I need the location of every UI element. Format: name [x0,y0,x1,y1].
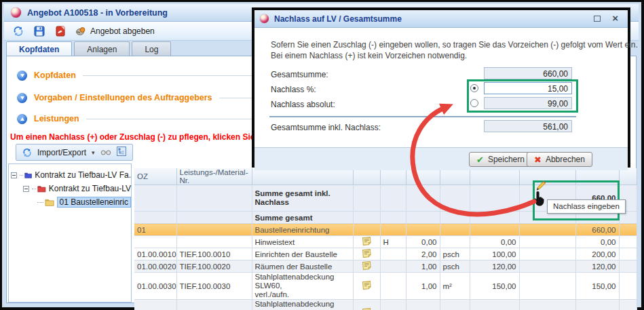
hand-cursor-icon [533,191,547,210]
section-kopfdaten-label: Kopfdaten [34,71,76,80]
table-row-0010[interactable]: 01.00.0010 TIEF.100.0010 Einrichten der … [134,248,637,260]
window-title: Angebot A100518 - in Vorbereitung [27,8,168,18]
tooltip-text: Nachlass eingeben [553,202,620,210]
tab-kopfdaten[interactable]: Kopfdaten [6,41,72,56]
lv-positions-table: OZ Leistungs-/Material-Nr. Summe gesamt … [134,168,637,310]
refresh-icon[interactable] [12,25,24,37]
section-leistungen-label: Leistungen [34,114,79,123]
table-row-group-01[interactable]: 01 Baustelleneinrichtung 660,00 [134,224,637,236]
folder-blue-icon [24,171,32,180]
app-logo-icon [260,14,269,23]
gesamtsumme-inkl-field: 561,00 [484,120,572,132]
main-window: Angebot A100518 - in Vorbereitung [2,2,641,307]
nachlass-prozent-label: Nachlass %: [271,85,316,94]
tab-log[interactable]: Log [132,41,171,56]
tree-item-baustelleneinrichtung[interactable]: 01 Baustelleneinric [9,195,131,209]
discount-hint-text: Um einen Nachlass (+) oder Zuschlag (-) … [10,132,264,142]
maximize-icon[interactable] [594,16,601,22]
table-row-0040[interactable]: 01.00.0040 TIEF.100.0040 Stahlplattenabd… [134,300,637,310]
col-header-nr[interactable]: Leistungs-/Material-Nr. [176,168,252,185]
tooltip: Nachlass eingeben [547,199,626,214]
tree-item-label-selected: 01 Baustelleneinric [57,197,131,208]
chevron-down-icon[interactable]: ▾ [92,149,95,156]
screenshot-root: Angebot A100518 - in Vorbereitung [0,0,644,310]
refresh-icon[interactable] [22,147,32,157]
gesamtsumme-inkl-label: Gesamtsumme inkl. Nachlass: [271,123,381,132]
nachlass-dialog: Nachlass auf LV / Gesamtsumme × Sofern S… [252,7,630,168]
save-button[interactable]: ✔ Speichern [469,152,532,167]
tree-item-label: Kontrakt zu Tiefbau-LV [49,184,131,193]
chevron-down-icon[interactable] [17,93,27,103]
dialog-title: Nachlass auf LV / Gesamtsumme [274,14,402,24]
submit-offer-icon [75,26,86,36]
lv-tree-panel: Kontrakt zu Tiefbau-LV Fa. Kontrakt zu T… [8,163,132,303]
cross-icon: ✖ [534,155,542,165]
table-row-0030[interactable]: 01.00.0030 TIEF.100.0030 Stahlplattenabd… [134,273,637,300]
dialog-separator [269,116,576,117]
folder-red-icon [37,185,46,193]
chevron-down-icon[interactable] [17,71,27,81]
save-icon[interactable] [33,25,45,37]
dialog-description-line1: Sofern Sie einen Zuschlag (-) eingeben w… [271,40,638,50]
col-header-oz[interactable]: OZ [134,168,176,185]
close-icon[interactable]: × [612,12,618,24]
nachlass-prozent-radio[interactable] [470,84,478,92]
section-vorgaben-label: Vorgaben / Einstellungen des Auftraggebe… [34,93,212,102]
nachlass-absolut-label: Nachlass absolut: [271,100,335,109]
gesamtsumme-field: 660,00 [484,67,572,79]
note-icon[interactable] [362,237,371,248]
submit-offer-button[interactable]: Angebot abgeben [75,26,155,36]
tree-collapse-icon[interactable] [11,172,17,178]
tree-item-label: Kontrakt zu Tiefbau-LV Fa. [35,170,131,180]
note-icon[interactable] [362,281,371,292]
tree-view-icon[interactable] [117,147,126,159]
note-icon[interactable] [362,308,371,310]
preview-glasses-icon[interactable] [100,147,111,159]
table-header-row: OZ Leistungs-/Material-Nr. [134,168,637,185]
tree-collapse-icon[interactable] [23,186,29,192]
dialog-description-line2: Bei einem Nachlass (+) ist kein Vorzeich… [271,51,467,60]
import-export-button[interactable]: Import/Export [37,148,86,157]
check-icon: ✔ [476,155,484,165]
cancel-button[interactable]: ✖ Abbrechen [527,152,592,167]
folder-yellow-icon [45,198,54,207]
submit-offer-label: Angebot abgeben [90,26,155,36]
dialog-titlebar: Nachlass auf LV / Gesamtsumme × [254,10,628,28]
note-icon[interactable] [362,249,371,260]
nachlass-absolut-radio[interactable] [470,99,478,107]
gesamtsumme-label: Gesamtsumme: [271,70,328,79]
dialog-footer: ✔ Speichern ✖ Abbrechen [254,147,628,170]
note-icon[interactable] [362,261,371,272]
table-row-0020[interactable]: 01.00.0020 TIEF.100.0020 Räumen der Baus… [134,260,637,273]
nachlass-absolut-input[interactable]: 99,00 [484,97,572,109]
tree-item-contract-child[interactable]: Kontrakt zu Tiefbau-LV [9,182,131,195]
app-logo-icon [11,7,21,18]
tab-anlagen[interactable]: Anlagen [74,41,130,56]
tree-toolbar: Import/Export ▾ [16,144,133,161]
pdf-export-icon[interactable] [54,25,66,37]
tree-item-contract-root[interactable]: Kontrakt zu Tiefbau-LV Fa. [9,168,131,182]
table-row-hinweistext[interactable]: Hinweistext H 0,00 0,00 0,00 [134,236,637,248]
chevron-up-icon[interactable] [17,114,27,124]
nachlass-prozent-input[interactable]: 15,00 [484,82,572,94]
